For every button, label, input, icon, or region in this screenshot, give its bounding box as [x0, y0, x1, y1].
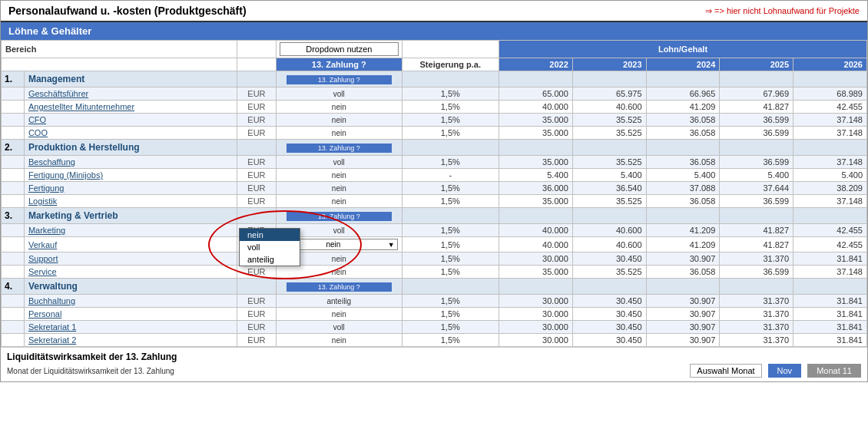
y2022-cell: 35.000: [499, 266, 572, 279]
y2024-cell: 36.058: [646, 127, 720, 140]
table-row: Verkauf EUR nein ▼ 1,5% 40.000 40.600 41…: [2, 237, 867, 253]
y2026-cell: 37.148: [793, 127, 867, 140]
table-row: Service EUR nein 1,5% 35.000 35.525 36.0…: [2, 266, 867, 279]
dropdown-popup[interactable]: nein voll anteilig: [239, 228, 300, 266]
y2024-cell: 30.907: [646, 334, 720, 347]
y2022-cell: 65.000: [499, 87, 572, 101]
zahlung13-group-btn[interactable]: 13. Zahlung ?: [287, 282, 392, 292]
y2024-cell: 30.907: [646, 295, 720, 308]
item-label[interactable]: Fertigung: [28, 183, 64, 193]
dropdown-option-anteilig[interactable]: anteilig: [240, 253, 300, 266]
dropdown-nutzen-btn[interactable]: Dropdown nutzen: [280, 42, 399, 56]
y2024-cell: 66.965: [646, 87, 720, 101]
zahlung13-group-btn[interactable]: 13. Zahlung ?: [287, 144, 392, 153]
y2025-cell: 31.370: [720, 321, 793, 334]
dropdown-option-nein[interactable]: nein: [240, 229, 300, 241]
steigerung-cell: 1,5%: [402, 195, 499, 208]
y2025-cell: 37.644: [720, 182, 793, 195]
y2024-cell: 30.907: [646, 253, 720, 266]
y2023-cell: 35.525: [572, 195, 646, 208]
item-label[interactable]: Support: [28, 254, 58, 263]
y2025-cell: 31.370: [720, 334, 793, 347]
item-label[interactable]: Beschaffung: [28, 157, 75, 167]
item-label[interactable]: Geschäftsführer: [28, 89, 88, 98]
item-label[interactable]: Sekretariat 1: [28, 322, 76, 332]
item-label[interactable]: Marketing: [28, 226, 65, 235]
table-row: Marketing EUR voll 1,5% 40.000 40.600 41…: [2, 224, 867, 237]
steigerung-cell: 1,5%: [402, 182, 499, 195]
table-row: Fertigung (Minijobs) EUR nein - 5.400 5.…: [2, 169, 867, 182]
y2026-cell: 31.841: [793, 321, 867, 334]
zahlung13-header: 13. Zahlung ?: [277, 58, 403, 71]
liquidity-subtitle: Monat der Liquiditätswirksamkeit der 13.…: [7, 367, 176, 375]
y2023-cell: 5.400: [572, 169, 646, 182]
zahlung-cell: nein: [277, 308, 403, 321]
year-2023-header: 2023: [572, 58, 646, 71]
item-label[interactable]: Verkauf: [28, 240, 57, 249]
steigerung-cell: 1,5%: [402, 156, 499, 169]
item-label[interactable]: Personal: [28, 309, 61, 319]
steigerung-cell: 1,5%: [402, 334, 499, 347]
y2023-cell: 35.525: [572, 114, 646, 127]
y2024-cell: 30.907: [646, 308, 720, 321]
y2022-cell: 35.000: [499, 195, 572, 208]
y2026-cell: 31.841: [793, 334, 867, 347]
y2023-cell: 65.975: [572, 87, 646, 101]
bereich-header: Bereich: [2, 41, 237, 58]
page-note: ⇒ => hier nicht Lohnaufwand für Projekte: [705, 6, 860, 16]
zahlung-cell: voll: [277, 321, 403, 334]
y2024-cell: 36.058: [646, 266, 720, 279]
dropdown-nutzen-header[interactable]: Dropdown nutzen: [277, 41, 403, 58]
item-label[interactable]: Buchhaltung: [28, 296, 75, 305]
item-label[interactable]: Service: [28, 267, 57, 276]
item-label[interactable]: Logistik: [28, 196, 57, 206]
zahlung-cell: voll: [277, 156, 403, 169]
y2025-cell: 41.827: [720, 101, 793, 114]
y2025-cell: 36.599: [720, 266, 793, 279]
zahlung13-group-btn[interactable]: 13. Zahlung ?: [287, 212, 392, 221]
y2022-cell: 5.400: [499, 169, 572, 182]
table-row: COO EUR nein 1,5% 35.000 35.525 36.058 3…: [2, 127, 867, 140]
zahlung-cell: nein: [277, 127, 403, 140]
y2023-cell: 35.525: [572, 127, 646, 140]
y2022-cell: 30.000: [499, 334, 572, 347]
y2025-cell: 41.827: [720, 224, 793, 237]
monat-nov-btn[interactable]: Nov: [768, 364, 802, 378]
currency-cell: EUR: [237, 308, 276, 321]
item-label[interactable]: Angestellter Mitunternehmer: [28, 102, 134, 111]
zahlung-cell: nein: [277, 182, 403, 195]
zahlung-cell: nein: [277, 195, 403, 208]
auswahl-monat-btn[interactable]: Auswahl Monat: [690, 364, 761, 378]
steigerung-cell: 1,5%: [402, 87, 499, 101]
currency-cell: EUR: [237, 195, 276, 208]
currency-cell: EUR: [237, 334, 276, 347]
y2024-cell: 5.400: [646, 169, 720, 182]
steigerung-cell: -: [402, 169, 499, 182]
item-label[interactable]: Sekretariat 2: [28, 335, 76, 345]
table-row: Geschäftsführer EUR voll 1,5% 65.000 65.…: [2, 87, 867, 101]
dropdown-option-voll[interactable]: voll: [240, 241, 300, 253]
item-label[interactable]: CFO: [28, 115, 46, 124]
zahlung-cell: nein: [277, 334, 403, 347]
currency-cell: EUR: [237, 182, 276, 195]
item-label[interactable]: COO: [28, 128, 48, 137]
table-row: CFO EUR nein 1,5% 35.000 35.525 36.058 3…: [2, 114, 867, 127]
y2023-cell: 40.600: [572, 237, 646, 253]
item-label[interactable]: Fertigung (Minijobs): [28, 170, 103, 180]
y2025-cell: 31.370: [720, 295, 793, 308]
zahlung13-group-btn[interactable]: 13. Zahlung ?: [287, 75, 392, 84]
y2022-cell: 35.000: [499, 114, 572, 127]
y2025-cell: 67.969: [720, 87, 793, 101]
table-row: Beschaffung EUR voll 1,5% 35.000 35.525 …: [2, 156, 867, 169]
currency-cell: EUR: [237, 266, 276, 279]
steigerung-cell: 1,5%: [402, 114, 499, 127]
y2022-cell: 40.000: [499, 237, 572, 253]
arrow-icon: ⇒: [705, 6, 712, 15]
steigerung-cell: 1,5%: [402, 308, 499, 321]
zahlung-cell: nein: [277, 266, 403, 279]
y2023-cell: 30.450: [572, 295, 646, 308]
y2024-cell: 30.907: [646, 321, 720, 334]
y2023-cell: 30.450: [572, 308, 646, 321]
year-2025-header: 2025: [720, 58, 793, 71]
y2022-cell: 30.000: [499, 295, 572, 308]
